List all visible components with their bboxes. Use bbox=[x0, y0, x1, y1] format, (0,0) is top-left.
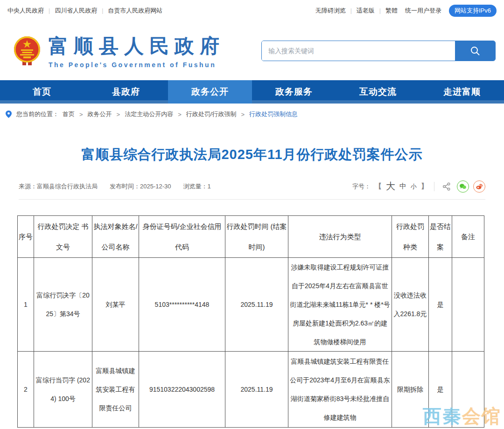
col-header-closed: 是否结案 bbox=[429, 216, 452, 258]
main-nav: 首页 县政府 政务公开 政务服务 互动交流 走进富顺 bbox=[0, 80, 504, 104]
weibo-icon bbox=[475, 182, 483, 191]
pubdate-field: 发布时间：2025-12-30 bbox=[110, 182, 171, 191]
table-row: 2 富综行当罚字 (2024) 100号 富顺县城镇建筑安装工程有限责任公司 9… bbox=[18, 352, 484, 428]
search-input[interactable] bbox=[262, 41, 455, 61]
link-central-gov[interactable]: 中央人民政府 bbox=[7, 7, 44, 15]
cell-credit-code: 5103**********4148 bbox=[139, 258, 225, 352]
page-title: 富顺县综合行政执法局2025年11月份行政处罚案件公示 bbox=[19, 145, 485, 164]
col-header-credit-code: 身份证号码/企业社会信用代码 bbox=[139, 216, 225, 258]
location-pin-icon bbox=[5, 110, 13, 118]
divider: | bbox=[49, 7, 50, 14]
link-traditional-chinese[interactable]: 繁體 bbox=[385, 7, 398, 15]
ipv6-badge[interactable]: 网站支持IPv6 bbox=[449, 5, 497, 17]
col-header-party-name: 执法对象姓名/公司名称 bbox=[92, 216, 139, 258]
col-header-index: 序号 bbox=[18, 216, 34, 258]
breadcrumb-statutory-content[interactable]: 法定主动公开内容 bbox=[125, 110, 173, 118]
breadcrumb-penalty-enforcement[interactable]: 行政处罚/行政强制 bbox=[186, 110, 237, 118]
nav-item-gov-services[interactable]: 政务服务 bbox=[252, 80, 336, 104]
article-meta-left: 来源：富顺县综合行政执法局 发布时间：2025-12-30 浏览量：1 bbox=[19, 182, 211, 191]
article-meta: 来源：富顺县综合行政执法局 发布时间：2025-12-30 浏览量：1 字号： … bbox=[19, 180, 485, 200]
nav-item-home[interactable]: 首页 bbox=[0, 80, 84, 104]
share-icon bbox=[442, 182, 451, 191]
col-header-violation-type: 违法行为类型 bbox=[288, 216, 392, 258]
fontsize-medium-button[interactable]: 中 bbox=[399, 182, 406, 191]
wechat-icon bbox=[459, 182, 467, 191]
nav-item-county-gov[interactable]: 县政府 bbox=[84, 80, 168, 104]
cell-credit-code: 915103222043002598 bbox=[139, 352, 225, 428]
nav-item-interaction[interactable]: 互动交流 bbox=[336, 80, 420, 104]
cell-penalty-date: 2025.11.19 bbox=[225, 258, 288, 352]
divider: | bbox=[379, 7, 381, 14]
fontsize-large-button[interactable]: 大 bbox=[386, 180, 395, 193]
search-button[interactable] bbox=[455, 41, 495, 61]
cell-decision-number: 富综行罚决字〔2025〕第34号 bbox=[34, 258, 92, 352]
link-unified-login[interactable]: 统一用户登录 bbox=[405, 7, 441, 15]
divider: | bbox=[350, 7, 352, 14]
cell-index: 2 bbox=[18, 352, 34, 428]
cell-closed: 是 bbox=[429, 258, 452, 352]
site-title-block: 富顺县人民政府 The People's Government of Fushu… bbox=[49, 33, 225, 69]
col-header-decision-number: 行政处罚决定 书文号 bbox=[34, 216, 92, 258]
divider: | bbox=[102, 7, 103, 14]
table-header-row: 序号 行政处罚决定 书文号 执法对象姓名/公司名称 身份证号码/企业社会信用代码… bbox=[18, 216, 484, 258]
fontsize-bracket-open: 【 bbox=[375, 182, 382, 191]
views-value: 1 bbox=[208, 183, 211, 190]
cell-index: 1 bbox=[18, 258, 34, 352]
col-header-penalty-date: 行政处罚时间 (结案时间) bbox=[225, 216, 288, 258]
pubdate-value: 2025-12-30 bbox=[140, 183, 171, 190]
source-value: 富顺县综合行政执法局 bbox=[37, 183, 98, 190]
cell-party-name: 刘某平 bbox=[92, 258, 139, 352]
source-label: 来源： bbox=[19, 183, 37, 190]
top-utility-bar: 中央人民政府 | 四川省人民政府 | 自贡市人民政府网站 无障碍浏览 | 适老版… bbox=[0, 0, 504, 21]
page: 中央人民政府 | 四川省人民政府 | 自贡市人民政府网站 无障碍浏览 | 适老版… bbox=[0, 0, 504, 429]
col-header-penalty-kind: 行政处罚种类 bbox=[392, 216, 429, 258]
cell-decision-number: 富综行当罚字 (2024) 100号 bbox=[34, 352, 92, 428]
fontsize-label: 字号： bbox=[352, 182, 371, 191]
views-label: 浏览量： bbox=[183, 183, 208, 190]
cell-closed: 是 bbox=[429, 352, 452, 428]
site-title: 富顺县人民政府 bbox=[49, 33, 225, 59]
link-zigong-gov[interactable]: 自贡市人民政府网站 bbox=[108, 7, 162, 15]
fontsize-small-button[interactable]: 小 bbox=[411, 182, 417, 191]
share-button[interactable] bbox=[441, 180, 453, 193]
cell-remark bbox=[452, 258, 484, 352]
national-emblem-icon bbox=[12, 35, 42, 66]
penalty-table-container: 序号 行政处罚决定 书文号 执法对象姓名/公司名称 身份证号码/企业社会信用代码… bbox=[17, 215, 487, 428]
article-meta-right: 字号： 【 大 中 小 】 bbox=[352, 180, 485, 193]
search-icon bbox=[469, 45, 481, 56]
weibo-share-button[interactable] bbox=[473, 180, 485, 193]
pubdate-label: 发布时间： bbox=[110, 183, 140, 190]
site-search bbox=[261, 41, 496, 61]
nav-item-gov-affairs-open[interactable]: 政务公开 bbox=[168, 80, 252, 104]
breadcrumb-separator: > bbox=[79, 111, 83, 118]
cell-penalty-kind: 没收违法收入2261.8元 bbox=[392, 258, 429, 352]
breadcrumb-separator: > bbox=[117, 111, 120, 118]
cell-remark bbox=[452, 352, 484, 428]
site-subtitle: The People's Government of Fushun bbox=[49, 61, 225, 69]
nav-item-about-fushun[interactable]: 走进富顺 bbox=[420, 80, 504, 104]
penalty-table: 序号 行政处罚决定 书文号 执法对象姓名/公司名称 身份证号码/企业社会信用代码… bbox=[17, 215, 484, 428]
table-row: 1 富综行罚决字〔2025〕第34号 刘某平 5103**********414… bbox=[18, 258, 484, 352]
breadcrumb-home[interactable]: 首页 bbox=[63, 110, 75, 118]
link-elder-version[interactable]: 适老版 bbox=[357, 7, 375, 15]
link-sichuan-gov[interactable]: 四川省人民政府 bbox=[55, 7, 97, 15]
gov-links: 中央人民政府 | 四川省人民政府 | 自贡市人民政府网站 bbox=[7, 7, 162, 15]
site-brand[interactable]: 富顺县人民政府 The People's Government of Fushu… bbox=[12, 33, 225, 69]
cell-penalty-kind: 限期拆除 bbox=[392, 352, 429, 428]
breadcrumb-gov-open[interactable]: 政务公开 bbox=[88, 110, 112, 118]
breadcrumb: 您当前的位置： 首页 > 政务公开 > 法定主动公开内容 > 行政处罚/行政强制… bbox=[0, 104, 504, 124]
cell-party-name: 富顺县城镇建筑安装工程有限责任公司 bbox=[92, 352, 139, 428]
breadcrumb-separator: > bbox=[178, 111, 182, 118]
cell-violation-type: 富顺县城镇建筑安装工程有限责任公司于2023年4月至6月在富顺县东湖街道菊家桥街… bbox=[288, 352, 392, 428]
breadcrumb-separator: > bbox=[241, 111, 245, 118]
utility-links: 无障碍浏览 | 适老版 | 繁體 统一用户登录 网站支持IPv6 bbox=[315, 5, 497, 17]
wechat-share-button[interactable] bbox=[457, 180, 469, 193]
breadcrumb-prefix: 您当前的位置： bbox=[16, 110, 59, 118]
views-field: 浏览量：1 bbox=[183, 182, 211, 191]
link-accessibility[interactable]: 无障碍浏览 bbox=[315, 7, 346, 15]
cell-penalty-date: 2025.11.19 bbox=[225, 352, 288, 428]
cell-violation-type: 涉嫌未取得建设工程规划许可证擅自于2025年4月左右在富顺县富世街道北湖未来城1… bbox=[288, 258, 392, 352]
divider bbox=[434, 182, 434, 191]
breadcrumb-current[interactable]: 行政处罚强制信息 bbox=[249, 110, 298, 118]
source-field: 来源：富顺县综合行政执法局 bbox=[19, 182, 98, 191]
